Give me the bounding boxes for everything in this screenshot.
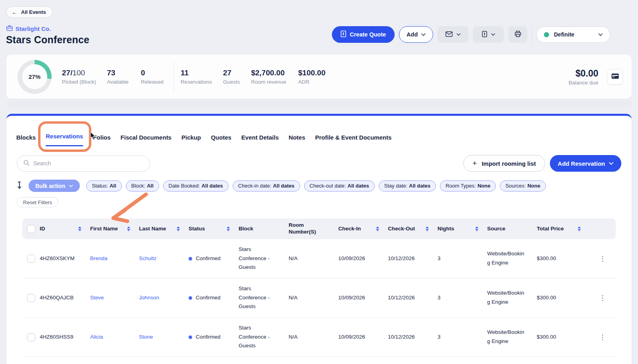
adr-label: ADR xyxy=(298,79,326,85)
check-in-date: 10/09/2026 xyxy=(338,333,388,342)
collapsed-section-strip xyxy=(6,101,632,108)
chip-label: Check-in date: xyxy=(238,183,272,189)
stat-guests: 27 Guests xyxy=(223,69,240,85)
tab-event-details[interactable]: Event Details xyxy=(241,134,279,146)
search-box[interactable] xyxy=(17,155,150,172)
filter-chip-room-types[interactable]: Room Types:None xyxy=(440,180,496,192)
header-actions: Create Quote Add Definite xyxy=(332,26,610,43)
tab-blocks[interactable]: Blocks xyxy=(16,134,36,146)
nights: 3 xyxy=(438,293,487,303)
filter-chip-stay-date[interactable]: Stay date:All dates xyxy=(379,180,436,192)
column-header-total-price[interactable]: Total Price xyxy=(537,226,590,232)
sort-icon xyxy=(78,226,81,231)
import-rooming-list-button[interactable]: + Import rooming list xyxy=(463,155,545,172)
block-name: Stars Conference - Guests xyxy=(239,324,277,351)
chip-value: All dates xyxy=(409,183,430,189)
last-name-link[interactable]: Johnson xyxy=(139,293,189,303)
row-menu-button[interactable]: ⋮ xyxy=(590,294,616,302)
filter-chip-check-in-date[interactable]: Check-in date:All dates xyxy=(233,180,300,192)
room-number: N/A xyxy=(289,293,338,303)
check-out-date: 10/12/2026 xyxy=(388,293,438,303)
row-menu-button[interactable]: ⋮ xyxy=(590,255,616,263)
balance-value: $0.00 xyxy=(569,68,598,79)
company-name: Starlight Co. xyxy=(15,25,51,32)
source: Website/Booking Engine xyxy=(487,289,530,307)
first-name-link[interactable]: Brenda xyxy=(90,254,139,263)
guests-label: Guests xyxy=(223,79,240,85)
room-number: N/A xyxy=(289,254,338,263)
tab-pickup[interactable]: Pickup xyxy=(181,134,201,146)
search-input[interactable] xyxy=(33,160,137,167)
first-name-link[interactable]: Steve xyxy=(90,293,139,303)
chip-label: Block: xyxy=(131,183,145,189)
confirmed-dot xyxy=(189,257,192,261)
filter-chip-date-booked[interactable]: Date Booked:All dates xyxy=(163,180,229,192)
filter-chip-sources[interactable]: Sources:None xyxy=(500,180,546,192)
tab-quotes[interactable]: Quotes xyxy=(211,134,231,146)
check-in-date: 10/09/2026 xyxy=(338,254,388,263)
sort-download-icon[interactable] xyxy=(17,181,22,191)
add-reservation-label: Add Reservation xyxy=(558,160,605,167)
tab-notes[interactable]: Notes xyxy=(289,134,305,146)
filter-chip-block[interactable]: Block:All xyxy=(126,180,159,192)
source: Website/Booking Engine xyxy=(487,249,530,268)
tab-reservations[interactable]: Reservations xyxy=(46,133,83,146)
reset-filters-button[interactable]: Reset Filters xyxy=(17,197,58,207)
last-name-link[interactable]: Schultz xyxy=(139,254,189,263)
add-reservation-button[interactable]: Add Reservation xyxy=(550,155,621,172)
last-name-link[interactable]: Stone xyxy=(139,333,189,342)
stat-picked: 27/100 Picked (Block) xyxy=(62,69,96,85)
row-menu-button[interactable]: ⋮ xyxy=(590,333,616,341)
tab-folios[interactable]: Folios xyxy=(93,134,110,146)
picked-value: 27/ xyxy=(62,69,72,77)
confirmed-dot xyxy=(189,296,192,300)
row-checkbox[interactable] xyxy=(27,255,35,263)
filter-chip-status[interactable]: Status:All xyxy=(86,180,121,192)
filter-chip-check-out-date[interactable]: Check-out date:All dates xyxy=(304,180,375,192)
first-name-link[interactable]: Alicia xyxy=(90,333,139,342)
check-out-date: 10/12/2026 xyxy=(388,333,438,342)
column-header-status[interactable]: Status xyxy=(189,226,239,232)
total-price: $300.00 xyxy=(537,254,590,263)
column-header-last-name[interactable]: Last Name xyxy=(139,226,189,232)
sort-icon xyxy=(475,226,478,231)
sort-icon xyxy=(376,226,379,231)
adr-value: $100.00 xyxy=(298,69,326,77)
check-in-date: 10/09/2026 xyxy=(338,293,388,303)
column-header-check-out[interactable]: Check-Out xyxy=(388,226,438,232)
tab-profile-event-documents[interactable]: Profile & Event Documents xyxy=(315,134,392,146)
tab-bar: Blocks Reservations Folios Fiscal Docume… xyxy=(6,116,632,146)
available-label: Available xyxy=(107,79,129,85)
column-header-first-name[interactable]: First Name xyxy=(90,226,139,232)
all-events-back-button[interactable]: ← All Events xyxy=(6,6,53,18)
column-header-block: Block xyxy=(239,226,289,232)
bulk-action-button[interactable]: Bulk action xyxy=(29,180,80,192)
search-icon xyxy=(23,160,29,167)
import-rooming-list-label: Import rooming list xyxy=(482,160,536,167)
column-header-check-in[interactable]: Check-In xyxy=(338,226,388,232)
column-header-nights[interactable]: Nights xyxy=(438,226,487,232)
stat-balance-due: $0.00 Balance due xyxy=(569,68,598,86)
reservation-id: 4HZ60QAJCB xyxy=(40,293,90,303)
print-button[interactable] xyxy=(508,26,527,43)
email-dropdown-button[interactable] xyxy=(438,26,468,43)
company-breadcrumb[interactable]: Starlight Co. xyxy=(6,25,51,32)
check-out-date: 10/12/2026 xyxy=(388,254,438,263)
select-all-checkbox[interactable] xyxy=(27,225,35,233)
pickup-percent: 27% xyxy=(29,73,40,80)
tab-fiscal-documents[interactable]: Fiscal Documents xyxy=(121,134,172,146)
row-checkbox[interactable] xyxy=(27,333,35,341)
briefcase-icon xyxy=(6,25,13,32)
column-header-id[interactable]: ID xyxy=(40,226,90,232)
stat-released: 0 Released xyxy=(141,69,164,85)
event-status-dropdown[interactable]: Definite xyxy=(536,27,610,43)
pickup-donut-chart: 27% xyxy=(17,60,52,94)
payments-button[interactable] xyxy=(607,69,623,85)
document-dropdown-button[interactable] xyxy=(473,26,504,43)
create-quote-button[interactable]: Create Quote xyxy=(332,26,395,43)
add-dropdown-button[interactable]: Add xyxy=(399,26,433,43)
revenue-value: $2,700.00 xyxy=(251,69,286,77)
row-checkbox[interactable] xyxy=(27,294,35,302)
sort-icon xyxy=(578,226,581,231)
definite-status-dot xyxy=(544,32,549,37)
